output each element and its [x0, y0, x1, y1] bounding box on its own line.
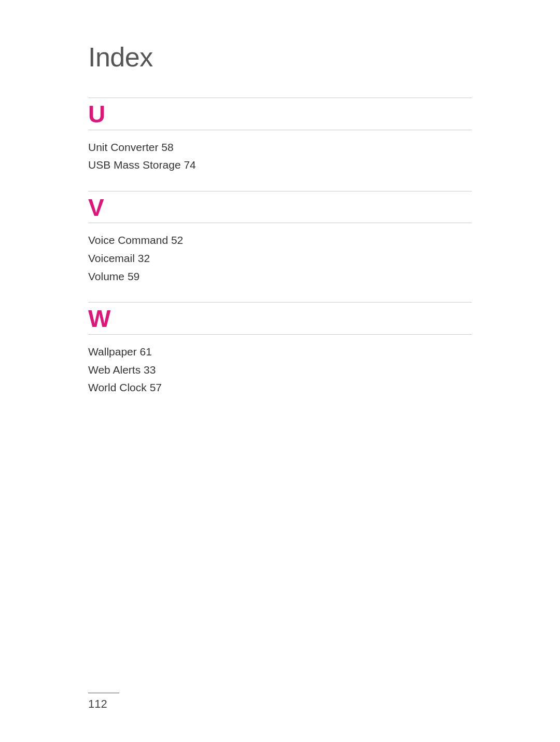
- list-item: Voice Command 52: [88, 231, 472, 250]
- divider-top-w: [88, 302, 472, 303]
- list-item: Voicemail 32: [88, 250, 472, 268]
- page-footer: 112: [88, 693, 119, 711]
- section-letter-w: W: [88, 306, 472, 332]
- page-title: Index: [88, 42, 472, 73]
- section-letter-u: U: [88, 101, 472, 128]
- divider-bottom-v: [88, 223, 472, 223]
- page-number: 112: [88, 697, 107, 710]
- footer-divider: [88, 693, 119, 693]
- divider-bottom-w: [88, 334, 472, 335]
- list-item: Web Alerts 33: [88, 361, 472, 379]
- index-section-u: U Unit Converter 58 USB Mass Storage 74: [88, 98, 472, 174]
- section-letter-v: V: [88, 195, 472, 221]
- index-entries-w: Wallpaper 61 Web Alerts 33 World Clock 5…: [88, 343, 472, 397]
- page: Index U Unit Converter 58 USB Mass Stora…: [0, 0, 560, 742]
- list-item: World Clock 57: [88, 379, 472, 397]
- list-item: Wallpaper 61: [88, 343, 472, 361]
- index-section-v: V Voice Command 52 Voicemail 32 Volume 5…: [88, 191, 472, 286]
- divider-top-u: [88, 98, 472, 98]
- list-item: Unit Converter 58: [88, 139, 472, 157]
- list-item: USB Mass Storage 74: [88, 156, 472, 174]
- index-entries-u: Unit Converter 58 USB Mass Storage 74: [88, 139, 472, 174]
- index-entries-v: Voice Command 52 Voicemail 32 Volume 59: [88, 231, 472, 285]
- divider-top-v: [88, 191, 472, 191]
- index-section-w: W Wallpaper 61 Web Alerts 33 World Clock…: [88, 302, 472, 397]
- list-item: Volume 59: [88, 268, 472, 286]
- divider-bottom-u: [88, 130, 472, 130]
